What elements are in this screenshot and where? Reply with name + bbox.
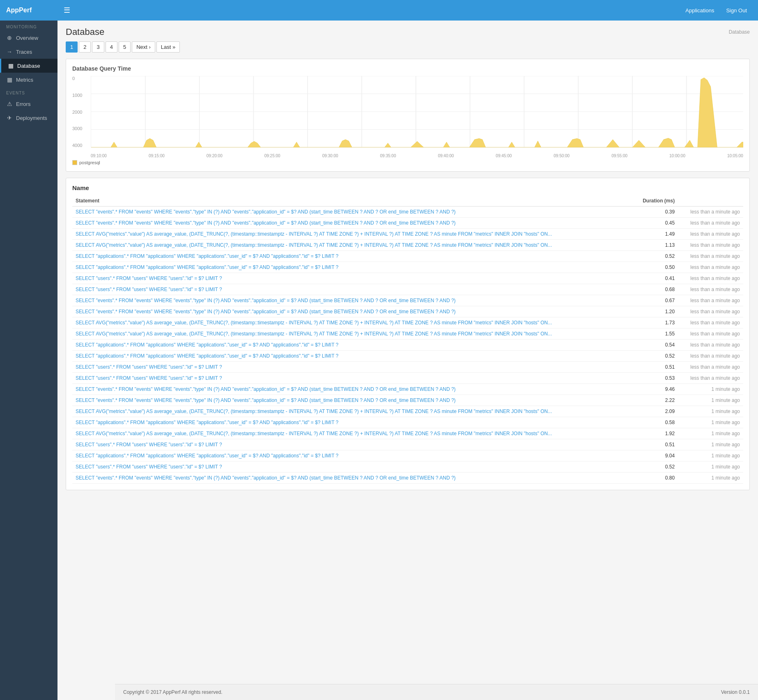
table-row: SELECT "events".* FROM "events" WHERE "e… <box>72 473 743 484</box>
table-row: SELECT "applications".* FROM "applicatio… <box>72 450 743 461</box>
sidebar-item-errors-label: Errors <box>16 101 30 107</box>
duration-cell: 0.58 <box>633 417 678 428</box>
table-row: SELECT "applications".* FROM "applicatio… <box>72 262 743 273</box>
sidebar-item-metrics[interactable]: ▦ Metrics <box>0 73 57 87</box>
table-row: SELECT "events".* FROM "events" WHERE "e… <box>72 295 743 306</box>
duration-cell: 2.09 <box>633 406 678 417</box>
errors-icon: ⚠ <box>6 101 13 107</box>
y-label-3: 3000 <box>72 126 89 131</box>
statement-cell: SELECT AVG("metrics"."value") AS average… <box>72 328 633 340</box>
page-btn-last[interactable]: Last » <box>156 41 180 53</box>
statement-link[interactable]: SELECT "users".* FROM "users" WHERE "use… <box>76 442 222 448</box>
statement-link[interactable]: SELECT "applications".* FROM "applicatio… <box>76 453 338 459</box>
pagination: 1 2 3 4 5 Next › Last » <box>66 41 750 53</box>
statement-cell: SELECT "applications".* FROM "applicatio… <box>72 450 633 461</box>
statement-link[interactable]: SELECT AVG("metrics"."value") AS average… <box>76 231 552 237</box>
x-label-1: 09:15:00 <box>149 154 165 158</box>
statement-link[interactable]: SELECT "applications".* FROM "applicatio… <box>76 342 338 348</box>
sidebar-item-errors[interactable]: ⚠ Errors <box>0 97 57 111</box>
statement-link[interactable]: SELECT "users".* FROM "users" WHERE "use… <box>76 364 222 370</box>
statement-link[interactable]: SELECT "events".* FROM "events" WHERE "e… <box>76 386 456 392</box>
statement-link[interactable]: SELECT AVG("metrics"."value") AS average… <box>76 409 552 414</box>
col-time-header <box>678 195 743 207</box>
statement-link[interactable]: SELECT AVG("metrics"."value") AS average… <box>76 242 552 248</box>
sidebar-item-deployments-label: Deployments <box>16 115 47 121</box>
statement-cell: SELECT "applications".* FROM "applicatio… <box>72 340 633 351</box>
time-cell: less than a minute ago <box>678 351 743 362</box>
statement-cell: SELECT "applications".* FROM "applicatio… <box>72 262 633 273</box>
statement-link[interactable]: SELECT "applications".* FROM "applicatio… <box>76 420 338 425</box>
statement-link[interactable]: SELECT "users".* FROM "users" WHERE "use… <box>76 275 222 281</box>
table-row: SELECT "applications".* FROM "applicatio… <box>72 417 743 428</box>
time-cell: less than a minute ago <box>678 207 743 218</box>
legend-color <box>72 160 77 165</box>
duration-cell: 0.67 <box>633 295 678 306</box>
duration-cell: 0.41 <box>633 273 678 284</box>
statement-cell: SELECT "users".* FROM "users" WHERE "use… <box>72 362 633 373</box>
footer-copyright: Copyright © 2017 AppPerf All rights rese… <box>123 689 223 695</box>
table-row: SELECT "events".* FROM "events" WHERE "e… <box>72 395 743 406</box>
topnav-links: Applications Sign Out <box>680 5 752 16</box>
time-cell: less than a minute ago <box>678 262 743 273</box>
page-btn-5[interactable]: 5 <box>119 41 131 53</box>
statement-cell: SELECT AVG("metrics"."value") AS average… <box>72 317 633 328</box>
statement-link[interactable]: SELECT AVG("metrics"."value") AS average… <box>76 331 552 337</box>
statement-link[interactable]: SELECT "users".* FROM "users" WHERE "use… <box>76 287 222 292</box>
page-header: Database Database <box>66 27 750 37</box>
main-content: Database Database 1 2 3 4 5 Next › Last … <box>57 21 758 700</box>
table-row: SELECT "users".* FROM "users" WHERE "use… <box>72 439 743 450</box>
duration-cell: 9.46 <box>633 384 678 395</box>
time-cell: less than a minute ago <box>678 251 743 262</box>
duration-cell: 0.45 <box>633 218 678 229</box>
app-logo: AppPerf <box>0 0 57 21</box>
y-label-1: 1000 <box>72 93 89 98</box>
statement-link[interactable]: SELECT "events".* FROM "events" WHERE "e… <box>76 475 456 481</box>
time-cell: less than a minute ago <box>678 362 743 373</box>
applications-link[interactable]: Applications <box>680 5 719 16</box>
statement-cell: SELECT "users".* FROM "users" WHERE "use… <box>72 439 633 450</box>
duration-cell: 0.51 <box>633 362 678 373</box>
duration-cell: 0.53 <box>633 373 678 384</box>
duration-cell: 1.92 <box>633 428 678 439</box>
duration-cell: 0.68 <box>633 284 678 295</box>
time-cell: less than a minute ago <box>678 295 743 306</box>
statement-link[interactable]: SELECT "users".* FROM "users" WHERE "use… <box>76 464 222 470</box>
statement-link[interactable]: SELECT AVG("metrics"."value") AS average… <box>76 431 552 436</box>
statement-link[interactable]: SELECT "applications".* FROM "applicatio… <box>76 253 338 259</box>
sidebar-item-metrics-label: Metrics <box>16 77 33 83</box>
col-duration-header: Duration (ms) <box>633 195 678 207</box>
statement-link[interactable]: SELECT "events".* FROM "events" WHERE "e… <box>76 397 456 403</box>
statement-link[interactable]: SELECT AVG("metrics"."value") AS average… <box>76 320 552 326</box>
hamburger-icon[interactable]: ☰ <box>64 6 70 15</box>
statement-link[interactable]: SELECT "applications".* FROM "applicatio… <box>76 353 338 359</box>
table-row: SELECT "events".* FROM "events" WHERE "e… <box>72 306 743 317</box>
x-label-0: 09:10:00 <box>91 154 107 158</box>
page-btn-1[interactable]: 1 <box>66 41 78 53</box>
x-label-3: 09:25:00 <box>264 154 280 158</box>
sidebar-item-overview[interactable]: ⊕ Overview <box>0 31 57 45</box>
table-row: SELECT AVG("metrics"."value") AS average… <box>72 317 743 328</box>
statement-link[interactable]: SELECT "applications".* FROM "applicatio… <box>76 264 338 270</box>
table-row: SELECT "users".* FROM "users" WHERE "use… <box>72 461 743 473</box>
page-btn-2[interactable]: 2 <box>79 41 91 53</box>
legend-label: postgresql <box>79 160 100 165</box>
sidebar-item-traces[interactable]: → Traces <box>0 45 57 59</box>
statement-link[interactable]: SELECT "events".* FROM "events" WHERE "e… <box>76 209 456 215</box>
statement-link[interactable]: SELECT "events".* FROM "events" WHERE "e… <box>76 309 456 314</box>
statement-link[interactable]: SELECT "events".* FROM "events" WHERE "e… <box>76 220 456 226</box>
chart-title: Database Query Time <box>72 65 743 72</box>
page-btn-next[interactable]: Next › <box>132 41 155 53</box>
statement-link[interactable]: SELECT "users".* FROM "users" WHERE "use… <box>76 375 222 381</box>
statement-link[interactable]: SELECT "events".* FROM "events" WHERE "e… <box>76 298 456 303</box>
table-row: SELECT "users".* FROM "users" WHERE "use… <box>72 362 743 373</box>
duration-cell: 0.52 <box>633 351 678 362</box>
table-row: SELECT "users".* FROM "users" WHERE "use… <box>72 273 743 284</box>
sidebar-item-database[interactable]: ▦ Database <box>0 59 57 73</box>
page-btn-3[interactable]: 3 <box>92 41 104 53</box>
sidebar-item-deployments[interactable]: ✈ Deployments <box>0 111 57 125</box>
table-row: SELECT AVG("metrics"."value") AS average… <box>72 428 743 439</box>
signout-link[interactable]: Sign Out <box>721 5 752 16</box>
duration-cell: 1.55 <box>633 328 678 340</box>
statement-cell: SELECT AVG("metrics"."value") AS average… <box>72 229 633 240</box>
page-btn-4[interactable]: 4 <box>106 41 117 53</box>
